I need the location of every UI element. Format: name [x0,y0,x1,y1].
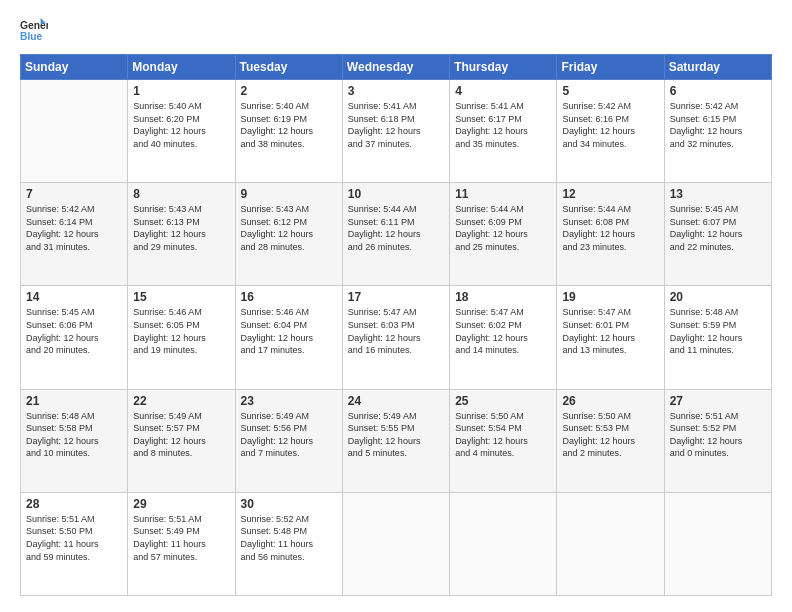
day-number: 7 [26,187,122,201]
page: General Blue SundayMondayTuesdayWednesda… [0,0,792,612]
day-number: 19 [562,290,658,304]
day-info: Sunrise: 5:49 AM Sunset: 5:55 PM Dayligh… [348,410,444,460]
day-number: 29 [133,497,229,511]
calendar-cell: 11Sunrise: 5:44 AM Sunset: 6:09 PM Dayli… [450,183,557,286]
calendar-cell: 8Sunrise: 5:43 AM Sunset: 6:13 PM Daylig… [128,183,235,286]
day-number: 2 [241,84,337,98]
day-info: Sunrise: 5:51 AM Sunset: 5:49 PM Dayligh… [133,513,229,563]
calendar-cell: 12Sunrise: 5:44 AM Sunset: 6:08 PM Dayli… [557,183,664,286]
weekday-header-monday: Monday [128,55,235,80]
calendar-cell: 3Sunrise: 5:41 AM Sunset: 6:18 PM Daylig… [342,80,449,183]
svg-text:Blue: Blue [20,31,43,42]
weekday-header-friday: Friday [557,55,664,80]
calendar-cell: 30Sunrise: 5:52 AM Sunset: 5:48 PM Dayli… [235,492,342,595]
day-info: Sunrise: 5:49 AM Sunset: 5:57 PM Dayligh… [133,410,229,460]
calendar-week-2: 7Sunrise: 5:42 AM Sunset: 6:14 PM Daylig… [21,183,772,286]
day-info: Sunrise: 5:41 AM Sunset: 6:17 PM Dayligh… [455,100,551,150]
calendar-cell [664,492,771,595]
calendar-cell: 25Sunrise: 5:50 AM Sunset: 5:54 PM Dayli… [450,389,557,492]
weekday-header-saturday: Saturday [664,55,771,80]
calendar-cell: 18Sunrise: 5:47 AM Sunset: 6:02 PM Dayli… [450,286,557,389]
day-number: 21 [26,394,122,408]
calendar-cell: 9Sunrise: 5:43 AM Sunset: 6:12 PM Daylig… [235,183,342,286]
day-number: 8 [133,187,229,201]
calendar-week-3: 14Sunrise: 5:45 AM Sunset: 6:06 PM Dayli… [21,286,772,389]
day-info: Sunrise: 5:43 AM Sunset: 6:13 PM Dayligh… [133,203,229,253]
day-number: 13 [670,187,766,201]
logo-icon: General Blue [20,16,48,44]
day-number: 18 [455,290,551,304]
day-info: Sunrise: 5:45 AM Sunset: 6:07 PM Dayligh… [670,203,766,253]
day-info: Sunrise: 5:41 AM Sunset: 6:18 PM Dayligh… [348,100,444,150]
day-info: Sunrise: 5:40 AM Sunset: 6:20 PM Dayligh… [133,100,229,150]
day-info: Sunrise: 5:44 AM Sunset: 6:08 PM Dayligh… [562,203,658,253]
header: General Blue [20,16,772,44]
day-info: Sunrise: 5:42 AM Sunset: 6:14 PM Dayligh… [26,203,122,253]
calendar-cell: 19Sunrise: 5:47 AM Sunset: 6:01 PM Dayli… [557,286,664,389]
day-info: Sunrise: 5:45 AM Sunset: 6:06 PM Dayligh… [26,306,122,356]
day-number: 24 [348,394,444,408]
day-info: Sunrise: 5:43 AM Sunset: 6:12 PM Dayligh… [241,203,337,253]
weekday-header-wednesday: Wednesday [342,55,449,80]
calendar-cell [450,492,557,595]
day-info: Sunrise: 5:48 AM Sunset: 5:58 PM Dayligh… [26,410,122,460]
calendar-cell [21,80,128,183]
day-number: 12 [562,187,658,201]
calendar-week-5: 28Sunrise: 5:51 AM Sunset: 5:50 PM Dayli… [21,492,772,595]
calendar-cell: 10Sunrise: 5:44 AM Sunset: 6:11 PM Dayli… [342,183,449,286]
calendar-cell: 2Sunrise: 5:40 AM Sunset: 6:19 PM Daylig… [235,80,342,183]
calendar-cell: 5Sunrise: 5:42 AM Sunset: 6:16 PM Daylig… [557,80,664,183]
calendar-cell: 15Sunrise: 5:46 AM Sunset: 6:05 PM Dayli… [128,286,235,389]
day-number: 30 [241,497,337,511]
weekday-header-tuesday: Tuesday [235,55,342,80]
day-info: Sunrise: 5:44 AM Sunset: 6:09 PM Dayligh… [455,203,551,253]
day-info: Sunrise: 5:51 AM Sunset: 5:52 PM Dayligh… [670,410,766,460]
weekday-header-thursday: Thursday [450,55,557,80]
calendar-cell [342,492,449,595]
calendar-cell: 4Sunrise: 5:41 AM Sunset: 6:17 PM Daylig… [450,80,557,183]
day-number: 22 [133,394,229,408]
calendar-week-4: 21Sunrise: 5:48 AM Sunset: 5:58 PM Dayli… [21,389,772,492]
day-number: 9 [241,187,337,201]
calendar-cell: 7Sunrise: 5:42 AM Sunset: 6:14 PM Daylig… [21,183,128,286]
day-info: Sunrise: 5:47 AM Sunset: 6:03 PM Dayligh… [348,306,444,356]
calendar-cell: 1Sunrise: 5:40 AM Sunset: 6:20 PM Daylig… [128,80,235,183]
calendar-cell: 14Sunrise: 5:45 AM Sunset: 6:06 PM Dayli… [21,286,128,389]
day-number: 4 [455,84,551,98]
day-number: 3 [348,84,444,98]
day-number: 26 [562,394,658,408]
day-number: 23 [241,394,337,408]
calendar-cell: 23Sunrise: 5:49 AM Sunset: 5:56 PM Dayli… [235,389,342,492]
day-number: 6 [670,84,766,98]
calendar-cell: 24Sunrise: 5:49 AM Sunset: 5:55 PM Dayli… [342,389,449,492]
day-info: Sunrise: 5:46 AM Sunset: 6:05 PM Dayligh… [133,306,229,356]
day-info: Sunrise: 5:42 AM Sunset: 6:16 PM Dayligh… [562,100,658,150]
day-number: 10 [348,187,444,201]
day-info: Sunrise: 5:47 AM Sunset: 6:02 PM Dayligh… [455,306,551,356]
day-number: 28 [26,497,122,511]
weekday-header-row: SundayMondayTuesdayWednesdayThursdayFrid… [21,55,772,80]
calendar-cell: 6Sunrise: 5:42 AM Sunset: 6:15 PM Daylig… [664,80,771,183]
day-number: 16 [241,290,337,304]
calendar-cell: 16Sunrise: 5:46 AM Sunset: 6:04 PM Dayli… [235,286,342,389]
day-info: Sunrise: 5:50 AM Sunset: 5:54 PM Dayligh… [455,410,551,460]
calendar-cell: 21Sunrise: 5:48 AM Sunset: 5:58 PM Dayli… [21,389,128,492]
logo: General Blue [20,16,52,44]
calendar-cell: 26Sunrise: 5:50 AM Sunset: 5:53 PM Dayli… [557,389,664,492]
day-number: 14 [26,290,122,304]
day-info: Sunrise: 5:46 AM Sunset: 6:04 PM Dayligh… [241,306,337,356]
day-info: Sunrise: 5:50 AM Sunset: 5:53 PM Dayligh… [562,410,658,460]
day-info: Sunrise: 5:52 AM Sunset: 5:48 PM Dayligh… [241,513,337,563]
calendar-cell: 28Sunrise: 5:51 AM Sunset: 5:50 PM Dayli… [21,492,128,595]
calendar-cell: 17Sunrise: 5:47 AM Sunset: 6:03 PM Dayli… [342,286,449,389]
calendar-week-1: 1Sunrise: 5:40 AM Sunset: 6:20 PM Daylig… [21,80,772,183]
day-info: Sunrise: 5:47 AM Sunset: 6:01 PM Dayligh… [562,306,658,356]
calendar-cell: 27Sunrise: 5:51 AM Sunset: 5:52 PM Dayli… [664,389,771,492]
day-number: 15 [133,290,229,304]
day-number: 1 [133,84,229,98]
day-number: 5 [562,84,658,98]
day-info: Sunrise: 5:49 AM Sunset: 5:56 PM Dayligh… [241,410,337,460]
day-number: 17 [348,290,444,304]
day-info: Sunrise: 5:40 AM Sunset: 6:19 PM Dayligh… [241,100,337,150]
day-number: 25 [455,394,551,408]
